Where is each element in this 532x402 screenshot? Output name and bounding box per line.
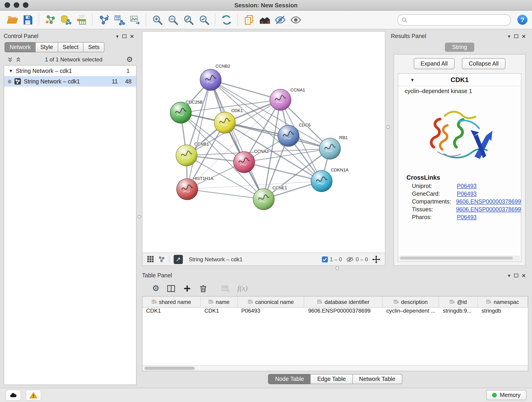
help-button[interactable]: ? — [517, 15, 527, 25]
tab-edge-table[interactable]: Edge Table — [310, 374, 353, 384]
hide-panels-button[interactable] — [273, 12, 287, 27]
splitter-handle[interactable] — [335, 266, 339, 270]
column-header-description[interactable]: description — [383, 297, 439, 307]
add-column-icon[interactable] — [183, 284, 191, 293]
node-CCNA1[interactable]: CCNA1 — [270, 88, 305, 110]
node-CCNB2[interactable]: CCNB2 — [200, 64, 230, 90]
column-header-canonical-name[interactable]: canonical name — [238, 297, 304, 307]
column-sort-icon — [248, 299, 253, 304]
network-graph[interactable]: CCNB2CCNA1CDC25BCDK1CDC6RB1CCNB1CCNA2CDK… — [143, 32, 385, 253]
clone-network-button[interactable] — [112, 12, 127, 27]
grid-view-icon[interactable] — [147, 256, 154, 263]
splitter-handle[interactable] — [138, 215, 141, 219]
entry-collapse-icon[interactable]: ▼ — [410, 77, 415, 82]
panel-close-icon[interactable]: × — [522, 272, 526, 279]
expand-all-icon[interactable] — [7, 57, 13, 62]
tab-network-table[interactable]: Network Table — [352, 374, 402, 384]
zoom-out-button[interactable] — [165, 12, 180, 27]
splitter-handle[interactable] — [386, 125, 390, 129]
edge-CCNB2-CCNE1[interactable] — [210, 80, 264, 199]
show-columns-icon[interactable] — [167, 284, 176, 293]
panel-close-icon[interactable]: × — [522, 33, 526, 39]
refresh-button[interactable] — [219, 12, 234, 27]
network-from-selection-button[interactable] — [96, 12, 111, 27]
panel-menu-caret-icon[interactable]: ▾ — [508, 34, 510, 39]
duplicate-window-button[interactable] — [241, 12, 256, 27]
table-row[interactable]: CDK1CDK1P064939606.ENSP00000378699cyclin… — [143, 307, 528, 314]
network-canvas[interactable]: CCNB2CCNA1CDC25BCDK1CDC6RB1CCNB1CCNA2CDK… — [143, 32, 385, 253]
tab-network[interactable]: Network — [5, 42, 36, 52]
crosslink-pharos-link[interactable]: P06493 — [457, 214, 476, 220]
network-collection-row[interactable]: ▾ String Network – cdk1 1 — [4, 65, 136, 76]
expand-all-button[interactable]: Expand All — [414, 58, 455, 69]
import-table-button[interactable] — [74, 12, 89, 27]
open-in-window-button[interactable]: ↗ — [174, 255, 183, 264]
zoom-fit-button[interactable] — [181, 12, 196, 27]
export-image-button[interactable] — [127, 12, 142, 27]
gear-icon[interactable]: ⚙ — [126, 56, 133, 63]
network-row-selected[interactable]: String Network – cdk1 11 48 — [4, 76, 136, 87]
crosslink-tissues-link[interactable]: 9606.ENSP00000378699 — [456, 206, 521, 212]
table-splitter[interactable] — [142, 266, 528, 270]
warnings-button[interactable] — [26, 390, 41, 401]
tab-select[interactable]: Select — [57, 42, 84, 52]
app-window: Session: New Session — [0, 0, 532, 402]
show-panels-button[interactable] — [288, 12, 303, 27]
crosslink-genecard-link[interactable]: P06493 — [457, 191, 476, 197]
maximize-window-button[interactable] — [23, 2, 28, 8]
column-header-database-identifier[interactable]: database identifier — [304, 297, 383, 307]
import-network-database-button[interactable] — [58, 12, 73, 27]
node-table: shared namenamecanonical namedatabase id… — [142, 296, 528, 371]
right-splitter[interactable] — [385, 31, 391, 266]
node-RB1[interactable]: RB1 — [319, 135, 348, 159]
tab-string[interactable]: String — [445, 43, 474, 52]
panel-float-icon[interactable] — [514, 274, 518, 277]
table-cell: CDK1 — [143, 307, 201, 314]
memory-button[interactable]: Memory — [486, 390, 526, 400]
scrollbar-thumb[interactable] — [400, 257, 513, 259]
panel-float-icon[interactable] — [514, 34, 518, 38]
column-header-name[interactable]: name — [201, 297, 238, 307]
left-splitter[interactable] — [137, 31, 142, 385]
open-session-button[interactable] — [5, 12, 19, 27]
tab-sets[interactable]: Sets — [83, 42, 105, 52]
protein-ribbon-icon — [419, 97, 500, 172]
edge-CCNB2-HIST1H1A[interactable] — [187, 80, 210, 189]
panel-close-icon[interactable]: × — [130, 33, 134, 39]
crosslink-compartments-link[interactable]: 9606.ENSP00000378699 — [456, 198, 521, 205]
crosslink-uniprot-link[interactable]: P06493 — [457, 183, 476, 189]
edge-CDK1-RB1[interactable] — [225, 123, 330, 149]
column-header-shared-name[interactable]: shared name — [143, 297, 201, 307]
entry-header[interactable]: ▼ CDK1 — [398, 74, 521, 86]
close-window-button[interactable] — [5, 2, 10, 8]
tab-node-table[interactable]: Node Table — [268, 374, 311, 384]
collapse-all-button[interactable]: Collapse All — [462, 58, 506, 69]
fit-content-crosshair-icon[interactable] — [372, 255, 380, 263]
search-input[interactable] — [410, 16, 507, 23]
panel-menu-caret-icon[interactable]: ▾ — [508, 273, 510, 278]
node-CCNB1[interactable]: CCNB1 — [176, 142, 209, 166]
minimize-window-button[interactable] — [14, 2, 19, 8]
save-session-button[interactable] — [20, 12, 35, 27]
table-horizontal-scrollbar[interactable] — [143, 365, 528, 371]
panel-menu-caret-icon[interactable]: ▾ — [116, 34, 119, 39]
zoom-in-button[interactable] — [150, 12, 165, 27]
collapse-all-icon[interactable] — [16, 57, 21, 62]
column-header--id[interactable]: @id — [439, 297, 478, 307]
cloud-button[interactable] — [6, 390, 21, 401]
panel-float-icon[interactable] — [122, 34, 127, 38]
tree-expander-icon[interactable]: ▾ — [10, 68, 12, 73]
results-horizontal-scrollbar[interactable] — [399, 256, 520, 260]
delete-column-trash-icon[interactable] — [199, 284, 208, 293]
main-toolbar: ? — [0, 11, 532, 29]
column-header-namespac[interactable]: namespac — [478, 297, 528, 307]
import-network-file-button[interactable] — [43, 12, 57, 27]
session-home-button[interactable] — [257, 12, 272, 27]
edge-CCNE1-HIST1H1A[interactable] — [187, 189, 264, 199]
zoom-selected-button[interactable] — [196, 12, 211, 27]
node-CDK1[interactable]: CDK1 — [214, 108, 243, 133]
network-overview-icon[interactable] — [158, 256, 165, 263]
scrollbar-thumb[interactable] — [144, 367, 195, 370]
tab-style[interactable]: Style — [35, 42, 58, 52]
table-settings-gear-icon[interactable]: ⚙ — [152, 284, 159, 293]
